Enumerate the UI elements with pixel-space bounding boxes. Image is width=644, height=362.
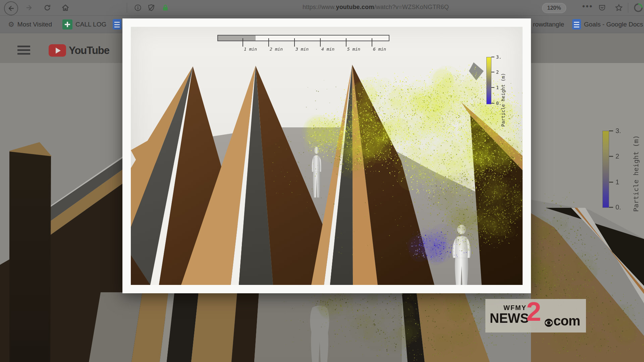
timeline-tick: 5 min xyxy=(346,38,346,47)
timeline-tick: 2 min xyxy=(268,38,269,47)
particle-cloud xyxy=(131,27,523,285)
bg-colorbar xyxy=(602,131,609,208)
timeline-tick: 1 min xyxy=(243,38,243,47)
bg-colorbar-tick: 1 xyxy=(609,179,619,185)
colorbar-tick: 3. xyxy=(491,54,501,60)
timeline-tick: 4 min xyxy=(320,38,321,47)
timeline-tick: 6 min xyxy=(372,38,372,47)
colorbar-tick: 1 xyxy=(491,85,499,90)
lightbox-image[interactable]: 1 min 2 min 3 min 4 min 5 min 6 min 3. 2… xyxy=(122,18,531,293)
simulation-timeline: 1 min 2 min 3 min 4 min 5 min 6 min xyxy=(217,35,392,59)
simulation-scene: 1 min 2 min 3 min 4 min 5 min 6 min 3. 2… xyxy=(131,27,523,285)
browser-window: https://www.youtube.com/watch?v=WZSKoNGT… xyxy=(0,0,644,362)
watermark-channel-number: 2 xyxy=(526,296,541,327)
bg-colorbar-tick: 0. xyxy=(609,204,621,210)
bg-colorbar-tick: 3. xyxy=(609,127,621,134)
colorbar-label: Particle height (m) xyxy=(500,50,506,127)
colorbar-gradient xyxy=(486,57,491,104)
colorbar-tick: 2 xyxy=(491,69,499,75)
timeline-tick: 3 min xyxy=(294,38,295,47)
cbs-eye-icon xyxy=(545,319,553,327)
watermark-suffix: com xyxy=(553,313,580,328)
particle-height-colorbar: 3. 2 1 0. Particle height (m) xyxy=(486,57,523,144)
timeline-progress-fill xyxy=(218,36,256,41)
bg-colorbar-tick: 2 xyxy=(609,153,619,160)
wfmy-watermark: WFMY NEWS 2 com xyxy=(485,299,586,333)
bg-colorbar-label: Particle height (m) xyxy=(632,128,640,212)
watermark-news: NEWS xyxy=(490,310,529,326)
colorbar-tick: 0. xyxy=(491,101,501,106)
